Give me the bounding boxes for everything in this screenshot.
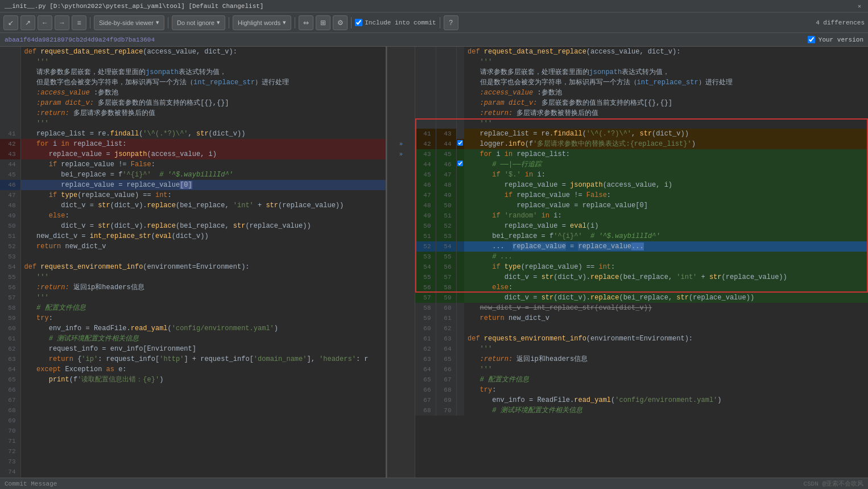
line-code: 但是数字也会被变为字符串，加标识再写一个方法（int_replace_str）进… — [464, 77, 868, 88]
table-row: 51 53 bei_replace = f'^{i}^' # '^$.waybi… — [415, 231, 868, 241]
table-row: 60 env_info = ReadFile.read_yaml('config… — [0, 323, 386, 334]
line-code: :return: 多层请求参数被替换后的值 — [464, 108, 868, 118]
gutter-row — [387, 241, 415, 252]
include-commit-label[interactable]: Include into commit — [355, 19, 436, 26]
line-code: replace_value = jsonpath(access_value, i… — [464, 180, 868, 190]
line-number: 54 — [0, 262, 20, 272]
table-row: 56 58 else: — [415, 282, 868, 293]
line-code: def requests_environment_info(environmen… — [20, 262, 386, 272]
line-code: bei_replace = f'^{i}^' # '^$.waybillId^' — [464, 231, 868, 241]
line-code — [20, 436, 386, 446]
table-row: 62 request_info = env_info[Environment] — [0, 344, 386, 354]
table-row: :return: 多层请求参数被替换后的值 — [0, 108, 386, 118]
line-number: 44 — [0, 159, 20, 170]
line-number-right: 60 — [436, 303, 456, 313]
line-number-left — [415, 67, 436, 77]
table-row: 66 68 try: — [415, 385, 868, 395]
line-number: 61 — [0, 334, 20, 344]
ignore-dropdown[interactable]: Do not ignore ▾ — [172, 15, 225, 30]
redo-button[interactable]: ↗ — [20, 15, 35, 30]
table-row: 61 63 def requests_environment_info(envi… — [415, 334, 868, 344]
line-number — [0, 118, 20, 129]
line-code — [20, 426, 386, 436]
toolbar: ↙ ↗ ← → ≡ Side-by-side viewer ▾ Do not i… — [0, 13, 868, 33]
line-code: dict_v = str(dict_v).replace(bei_replace… — [464, 272, 868, 282]
help-btn[interactable]: ? — [444, 15, 458, 30]
line-number-right — [436, 88, 456, 98]
table-row: 42 44 logger.info(f'多层请求参数中的替换表达式:{repla… — [415, 139, 868, 149]
include-commit-checkbox[interactable] — [355, 19, 362, 26]
line-checkbox-cell[interactable] — [456, 139, 464, 149]
line-code: else: — [464, 282, 868, 293]
line-number-left: 43 — [415, 149, 436, 159]
ignore-chevron: ▾ — [217, 19, 220, 26]
table-row: ''' — [0, 57, 386, 67]
line-code — [20, 446, 386, 457]
title-bar: __init__.py [D:\python2022\pytest_api_ya… — [0, 0, 868, 13]
line-checkbox-cell — [456, 180, 464, 190]
line-code: if type(replace_value) == int: — [464, 262, 868, 272]
viewer-dropdown[interactable]: Side-by-side viewer ▾ — [94, 15, 164, 30]
gutter-row — [387, 385, 415, 395]
line-number-left: 56 — [415, 282, 436, 293]
table-row: 46 replace_value = replace_value[0] — [0, 180, 386, 190]
line-number: 45 — [0, 170, 20, 180]
split-icon-btn[interactable]: ⇔ — [299, 15, 313, 30]
line-checkbox-cell[interactable] — [456, 159, 464, 170]
more-button[interactable]: ≡ — [72, 15, 86, 30]
gutter-arrows: » — [387, 149, 415, 159]
gutter-row — [387, 313, 415, 323]
next-diff-button[interactable]: → — [55, 15, 69, 30]
line-code: ''' — [464, 344, 868, 354]
close-button[interactable]: ✕ — [855, 2, 863, 10]
line-number-right: 57 — [436, 272, 456, 282]
line-number: 50 — [0, 221, 20, 231]
gutter-row — [387, 211, 415, 221]
table-row: 46 48 replace_value = jsonpath(access_va… — [415, 180, 868, 190]
your-version: Your version — [808, 36, 863, 43]
line-number: 42 — [0, 139, 20, 149]
line-number — [0, 108, 20, 118]
table-row: 请求参数多层嵌套，处理嵌套里面的jsonpath表达式转为值， — [415, 67, 868, 77]
table-row: 48 dict_v = str(dict_v).replace(bei_repl… — [0, 200, 386, 211]
table-row: 65 print(f'读取配置信息出错：{e}') — [0, 375, 386, 385]
table-row: 67 69 env_info = ReadFile.read_yaml('con… — [415, 395, 868, 405]
line-code: dict_v = str(dict_v).replace(bei_replace… — [20, 200, 386, 211]
line-code — [20, 395, 386, 405]
table-row: 但是数字也会被变为字符串，加标识再写一个方法（int_replace_str）进… — [415, 77, 868, 88]
prev-diff-button[interactable]: ← — [38, 15, 52, 30]
table-row: 65 67 # 配置文件信息 — [415, 375, 868, 385]
line-checkbox-cell — [456, 190, 464, 200]
line-number-left: 55 — [415, 272, 436, 282]
line-number-right: 55 — [436, 252, 456, 262]
collapse-icon-btn[interactable]: ⊞ — [316, 15, 330, 30]
gutter-row — [387, 395, 415, 405]
your-version-checkbox[interactable] — [808, 36, 815, 43]
highlight-dropdown[interactable]: Highlight words ▾ — [233, 15, 291, 30]
line-code: return {'ip': request_info['http'] + req… — [20, 354, 386, 364]
line-code: def request_data_nest_replace(access_val… — [464, 47, 868, 57]
separator5 — [351, 17, 352, 28]
left-code-table: def request_data_nest_replace(access_val… — [0, 47, 386, 478]
table-row: 45 bei_replace = f'^{i}^' # '^$.waybilll… — [0, 170, 386, 180]
table-row: 但是数字也会被变为字符串，加标识再写一个方法（int_replace_str）进… — [0, 77, 386, 88]
line-code: for i in replace_list: — [464, 149, 868, 159]
table-row: 73 — [0, 457, 386, 467]
line-number-left: 57 — [415, 293, 436, 303]
line-number: 51 — [0, 231, 20, 241]
line-number-left: 42 — [415, 139, 436, 149]
settings-btn[interactable]: ⚙ — [333, 15, 348, 30]
gutter-row — [387, 77, 415, 88]
diff-gutter: » » — [387, 47, 415, 478]
your-version-label: Your version — [819, 36, 863, 43]
table-row: ''' — [415, 57, 868, 67]
status-bar: Commit Message CSDN @亚索不会吹风 — [0, 478, 868, 489]
line-code — [20, 416, 386, 426]
gutter-row — [387, 88, 415, 98]
line-code: try: — [464, 385, 868, 395]
undo-button[interactable]: ↙ — [3, 15, 18, 30]
line-code: request_info = env_info[Environment] — [20, 344, 386, 354]
line-code: :param dict_v: 多层嵌套参数的值当前支持的格式[{},{}] — [464, 98, 868, 108]
line-code: def requests_environment_info(environmen… — [464, 334, 868, 344]
line-code: ... replace_value = replace_value... — [464, 241, 868, 252]
